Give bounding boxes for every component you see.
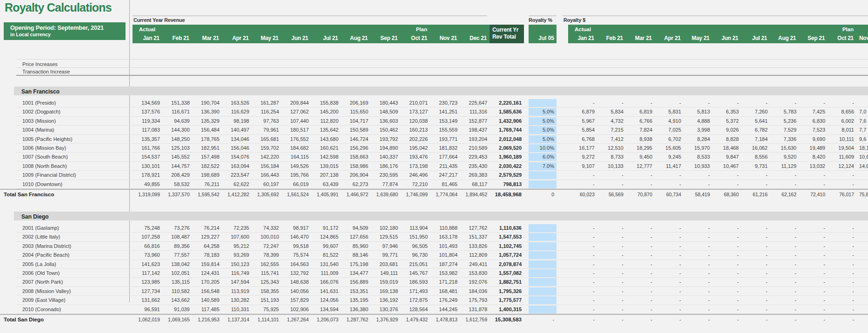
royalty-usd-cell: - [770,269,796,278]
revenue-cell: 113,919 [222,287,249,296]
revenue-cell: 149,111 [371,269,398,278]
royalty-usd-cell: 8,938 [626,135,652,144]
revenue-total-cell: 1,795,326 [490,287,522,296]
royalty-usd-cell: - [683,180,710,189]
royalty-usd-cell: - [828,315,854,324]
royalty-pct-input-cell[interactable] [529,278,557,286]
royalty-usd-cell: - [770,224,796,233]
royalty-usd-cell: 60,023 [568,190,595,199]
royalty-usd-cell: - [770,242,796,251]
revenue-cell: 158,355 [252,287,279,296]
royalty-pct-input-cell[interactable] [529,260,557,268]
revenue-total-cell: 1,102,745 [490,242,522,251]
row-label: 1001 (Presido) [22,99,56,107]
royalty-usd-cell: 3,998 [683,126,710,134]
royalty-usd-cell: - [655,180,681,189]
royalty-usd-cell: 7,336 [770,135,796,144]
royalty-usd-cell: 10,467 [712,162,739,171]
table-row: 2005 (La Jolla)141,623138,042159,814150,… [0,260,868,269]
royalty-usd-cell: - [683,233,710,241]
royalty-pct-input-cell[interactable] [529,251,557,259]
royalty-usd-cell: - [597,242,623,251]
revenue-cell: 72,235 [222,224,249,233]
table-row: 2006 (Old Town)117,142102,051124,431116,… [0,269,868,278]
royalty-usd-cell: - [597,315,623,324]
royalty-pct-input-cell[interactable]: 5.0% [529,126,557,134]
revenue-cell: 159,019 [371,278,398,286]
royalty-usd-cell: 76,017 [828,190,854,199]
royalty-usd-cell: - [626,171,652,180]
royalty-usd-cell: - [770,296,796,305]
royalty-usd-cell: 18,468 [712,144,739,153]
royalty-usd-cell: - [683,305,710,314]
revenue-cell: 203,681 [371,260,398,269]
royalty-usd-cell: - [799,251,825,260]
royalty-pct-input-cell[interactable] [529,296,557,304]
revenue-cell: 163,526 [222,99,249,107]
royalty-pct-input-cell[interactable]: 5.0% [529,135,557,143]
revenue-cell: 235,430 [460,162,487,171]
royalty-pct-input-cell[interactable]: 6.0% [529,153,557,161]
royalty-usd-cell: - [655,278,681,286]
royalty-pct-input-cell[interactable] [529,180,557,188]
revenue-cell: 62,622 [222,180,249,189]
royalty-usd-cell: 9,731 [741,162,768,171]
revenue-cell: 75,574 [281,251,309,260]
royalty-usd-cell: - [712,305,739,314]
royalty-usd-cell: - [626,287,652,296]
revenue-cell: 198,689 [192,171,219,180]
revenue-cell: 187,274 [430,260,457,269]
revenue-cell: 154,076 [222,153,249,161]
revenue-cell: 141,631 [311,287,338,296]
royalty-usd-cell: - [655,315,681,324]
revenue-cell: 127,656 [341,233,368,241]
royalty-usd-cell: - [626,251,652,260]
royalty-usd-cell: - [799,315,825,324]
royalty-pct-input-cell[interactable] [529,306,557,313]
royalty-pct-input-cell[interactable]: 5.0% [529,108,557,116]
revenue-cell: 96,730 [400,251,428,260]
royalty-pct-input-cell[interactable]: 5.0% [529,117,557,125]
column-header-month: May 21 [252,35,278,41]
royalty-usd-cell: - [741,287,768,296]
royalty-pct-input-cell[interactable] [529,269,557,277]
royalty-pct-input-cell[interactable] [529,171,557,179]
revenue-cell: 151,193 [252,296,279,305]
revenue-cell: 151,337 [460,233,487,241]
revenue-section-rule [133,15,487,16]
revenue-total-cell: 1,547,553 [490,233,522,241]
royalty-usd-cell: 10,6 [859,153,868,161]
royalty-pct-input-cell[interactable] [529,224,557,232]
royalty-usd-cell: - [597,278,623,286]
revenue-cell: 144,757 [162,162,190,171]
royalty-pct-input-cell[interactable] [529,287,557,295]
royalty-usd-cell: 8,284 [683,135,710,144]
royalty-usd-column-headers: Actual Plan Jan 21Feb 21Mar 21Apr 21May … [568,25,868,43]
revenue-cell: 162,555 [252,260,279,269]
revenue-total-cell: 1,432,906 [490,117,522,126]
revenue-cell: 158,986 [341,162,368,171]
royalty-pct-input-cell[interactable] [529,233,557,241]
revenue-cell: 143,680 [311,135,338,144]
revenue-cell: 154,537 [133,153,160,161]
table-row: 2003 (Marina District)66,81689,35664,258… [0,242,868,251]
royalty-pct-input-cell[interactable] [529,242,557,250]
revenue-cell: 229,453 [460,153,487,161]
royalty-usd-cell: 75,8 [859,190,868,199]
revenue-cell: 108,487 [162,233,190,241]
revenue-cell: 91,039 [162,305,190,314]
royalty-usd-cell: - [770,278,796,286]
revenue-cell: 116,254 [252,107,279,116]
royalty-pct-input-cell[interactable]: 10.0% [529,144,557,152]
revenue-cell: 117,083 [133,126,160,134]
table-row: 2008 (Mission Valley)127,734110,582156,5… [0,287,868,296]
royalty-usd-cell: - [799,224,825,233]
royalty-usd-cell: - [741,251,768,260]
royalty-pct-input-cell[interactable] [529,99,557,107]
royalty-usd-cell: - [568,251,595,260]
revenue-cell: 130,282 [222,296,249,305]
royalty-pct-input-cell[interactable]: 7.0% [529,162,557,170]
royalty-usd-cell: - [568,242,595,251]
royalty-usd-cell: - [655,224,681,233]
royalty-usd-cell: 16,177 [568,144,595,153]
